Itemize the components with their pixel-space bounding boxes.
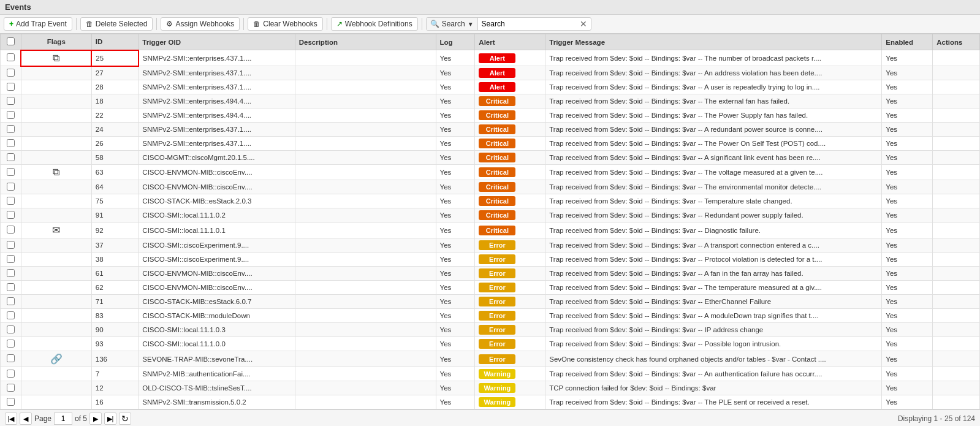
row-checkbox-cell — [1, 323, 21, 337]
row-checkbox[interactable] — [7, 211, 15, 219]
row-checkbox[interactable] — [7, 384, 15, 392]
row-checkbox[interactable] — [7, 97, 15, 105]
row-checkbox[interactable] — [7, 340, 15, 348]
trigger-oid-cell: SNMPv2-SMI::enterprises.437.1.... — [139, 50, 295, 66]
trigger-msg-cell: Trap received from $dev: $oid -- Binding… — [545, 94, 882, 108]
enabled-cell: Yes — [882, 295, 933, 309]
select-all-checkbox[interactable] — [7, 37, 15, 45]
table-row[interactable]: 24SNMPv2-SMI::enterprises.437.1....YesCr… — [1, 123, 980, 137]
col-header-log[interactable]: Log — [436, 34, 475, 50]
row-checkbox[interactable] — [7, 53, 15, 61]
row-checkbox[interactable] — [7, 325, 15, 333]
search-clear-button[interactable]: ✕ — [576, 18, 591, 30]
row-checkbox[interactable] — [7, 283, 15, 291]
row-checkbox-cell — [1, 395, 21, 409]
col-header-id[interactable]: ID — [91, 34, 139, 50]
col-header-trigger-oid[interactable]: Trigger OID — [139, 34, 295, 50]
row-checkbox[interactable] — [7, 354, 15, 362]
row-checkbox[interactable] — [7, 297, 15, 305]
alert-cell: Error — [475, 238, 545, 253]
row-checkbox[interactable] — [7, 255, 15, 263]
row-checkbox[interactable] — [7, 153, 15, 161]
col-header-alert[interactable]: Alert — [475, 34, 545, 50]
row-checkbox[interactable] — [7, 125, 15, 133]
enabled-cell: Yes — [882, 94, 933, 108]
table-row[interactable]: 75CISCO-STACK-MIB::esStack.2.0.3YesCriti… — [1, 194, 980, 208]
trigger-msg-cell: TCP connection failed for $dev: $oid -- … — [545, 381, 882, 395]
table-row[interactable]: 38CISCO-SMI::ciscoExperiment.9....YesErr… — [1, 253, 980, 267]
prev-page-button[interactable]: ◀ — [20, 413, 32, 425]
row-checkbox[interactable] — [7, 269, 15, 277]
row-checkbox[interactable] — [7, 111, 15, 119]
table-row[interactable]: 62CISCO-ENVMON-MIB::ciscoEnv....YesError… — [1, 281, 980, 295]
table-row[interactable]: 7SNMPv2-MIB::authenticationFai....YesWar… — [1, 367, 980, 381]
table-row[interactable]: 91CISCO-SMI::local.11.1.0.2YesCriticalTr… — [1, 208, 980, 223]
table-row[interactable]: 26SNMPv2-SMI::enterprises.437.1....YesCr… — [1, 137, 980, 151]
table-row[interactable]: 58CISCO-MGMT::ciscoMgmt.20.1.5....YesCri… — [1, 151, 980, 165]
trigger-oid-cell: CISCO-STACK-MIB::moduleDown — [139, 309, 295, 323]
row-checkbox[interactable] — [7, 183, 15, 191]
table-row[interactable]: 93CISCO-SMI::local.11.1.0.0YesErrorTrap … — [1, 337, 980, 351]
table-row[interactable]: 64CISCO-ENVMON-MIB::ciscoEnv....YesCriti… — [1, 180, 980, 194]
row-checkbox[interactable] — [7, 241, 15, 249]
col-header-enabled[interactable]: Enabled — [882, 34, 933, 50]
table-row[interactable]: 90CISCO-SMI::local.11.1.0.3YesErrorTrap … — [1, 323, 980, 337]
row-checkbox[interactable] — [7, 398, 15, 406]
table-row[interactable]: ⧉63CISCO-ENVMON-MIB::ciscoEnv....YesCrit… — [1, 165, 980, 180]
table-row[interactable]: 61CISCO-ENVMON-MIB::ciscoEnv....YesError… — [1, 267, 980, 281]
assign-webhooks-button[interactable]: ⚙ Assign Webhooks — [161, 17, 240, 31]
trigger-msg-cell: Trap received from $dev: $oid -- Binding… — [545, 267, 882, 281]
table-row[interactable]: 12OLD-CISCO-TS-MIB::tslineSesT....YesWar… — [1, 381, 980, 395]
trigger-msg-cell: Trap received from $dev: $oid -- Binding… — [545, 395, 882, 409]
delete-selected-button[interactable]: 🗑 Delete Selected — [80, 17, 153, 31]
row-checkbox[interactable] — [7, 139, 15, 147]
col-header-actions[interactable]: Actions — [933, 34, 980, 50]
id-cell: 26 — [91, 137, 139, 151]
table-row[interactable]: 22SNMPv2-SMI::enterprises.494.4....YesCr… — [1, 108, 980, 123]
col-header-checkbox[interactable] — [1, 34, 21, 50]
col-header-trigger-msg[interactable]: Trigger Message — [545, 34, 882, 50]
table-row[interactable]: 🔗136SEVONE-TRAP-MIB::sevoneTra....YesErr… — [1, 351, 980, 367]
col-header-description[interactable]: Description — [295, 34, 436, 50]
table-row[interactable]: 27SNMPv2-SMI::enterprises.437.1....YesAl… — [1, 66, 980, 80]
refresh-button[interactable]: ↻ — [119, 413, 131, 425]
alert-cell: Error — [475, 253, 545, 267]
actions-cell — [933, 194, 980, 208]
enabled-cell: Yes — [882, 381, 933, 395]
table-row[interactable]: ⧉25SNMPv2-SMI::enterprises.437.1....YesA… — [1, 50, 980, 66]
clear-webhooks-button[interactable]: 🗑 Clear Webhooks — [248, 17, 323, 31]
alert-badge: Warning — [479, 383, 515, 393]
table-row[interactable]: 83CISCO-STACK-MIB::moduleDownYesErrorTra… — [1, 309, 980, 323]
table-row[interactable]: ✉92CISCO-SMI::local.11.1.0.1YesCriticalT… — [1, 223, 980, 238]
next-page-button[interactable]: ▶ — [89, 413, 102, 425]
trigger-oid-cell: SNMPv2-SMI::enterprises.494.4.... — [139, 94, 295, 108]
row-checkbox[interactable] — [7, 311, 15, 319]
row-checkbox[interactable] — [7, 226, 15, 234]
row-checkbox[interactable] — [7, 69, 15, 77]
table-row[interactable]: 18SNMPv2-SMI::enterprises.494.4....YesCr… — [1, 94, 980, 108]
search-dropdown-button[interactable]: 🔍 Search ▼ — [427, 18, 478, 30]
add-trap-event-button[interactable]: + Add Trap Event — [4, 17, 72, 31]
enabled-cell: Yes — [882, 395, 933, 409]
row-checkbox[interactable] — [7, 197, 15, 205]
webhook-definitions-button[interactable]: ↗ Webhook Definitions — [331, 17, 418, 31]
flag-icon: ✉ — [52, 225, 60, 235]
alert-badge: Error — [479, 254, 515, 264]
row-checkbox[interactable] — [7, 83, 15, 91]
table-row[interactable]: 37CISCO-SMI::ciscoExperiment.9....YesErr… — [1, 238, 980, 253]
first-page-button[interactable]: |◀ — [5, 413, 17, 425]
trigger-msg-cell: Trap received from $dev: $oid -- Binding… — [545, 337, 882, 351]
search-input[interactable] — [478, 18, 576, 30]
table-row[interactable]: 28SNMPv2-SMI::enterprises.437.1....YesAl… — [1, 80, 980, 94]
last-page-button[interactable]: ▶| — [104, 413, 116, 425]
row-checkbox[interactable] — [7, 168, 15, 176]
page-number-input[interactable] — [54, 413, 72, 425]
col-header-flags[interactable]: Flags — [21, 34, 91, 50]
log-cell: Yes — [436, 151, 475, 165]
actions-cell — [933, 137, 980, 151]
id-cell: 93 — [91, 337, 139, 351]
table-row[interactable]: 71CISCO-STACK-MIB::esStack.6.0.7YesError… — [1, 295, 980, 309]
table-row[interactable]: 16SNMPv2-SMI::transmission.5.0.2YesWarni… — [1, 395, 980, 409]
row-checkbox[interactable] — [7, 370, 15, 378]
log-cell: Yes — [436, 80, 475, 94]
